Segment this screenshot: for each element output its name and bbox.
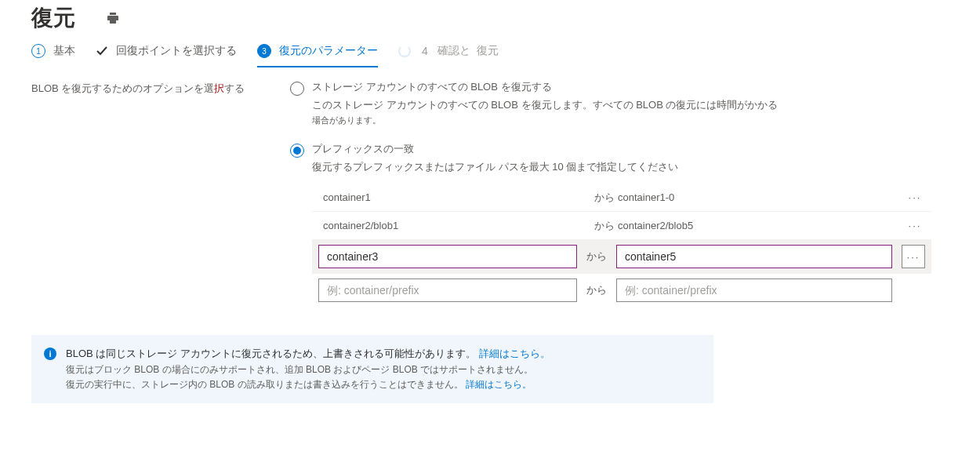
prefix-row: container1 からcontainer1-0 ··· xyxy=(312,184,931,212)
prefix-to: からcontainer1-0 xyxy=(594,191,895,205)
info-line2: 復元はブロック BLOB の場合にのみサポートされ、追加 BLOB およびページ… xyxy=(66,362,550,377)
learn-more-link[interactable]: 詳細はこちら。 xyxy=(479,348,550,359)
wizard-step-basics[interactable]: 1 基本 xyxy=(31,44,75,58)
spinner-icon xyxy=(398,45,411,57)
prefix-to-input[interactable] xyxy=(616,279,892,302)
option-select-label: BLOB を復元するためのオプションを選択する xyxy=(31,80,290,96)
print-icon[interactable] xyxy=(107,12,119,24)
radio-icon[interactable] xyxy=(290,82,304,96)
prefix-from: container2/blob1 xyxy=(318,217,585,235)
option-restore-all[interactable]: ストレージ アカウントのすべての BLOB を復元する このストレージ アカウン… xyxy=(290,80,949,126)
page-title: 復元 xyxy=(31,3,75,33)
row-menu-button[interactable]: ··· xyxy=(905,191,925,203)
option-title: ストレージ アカウントのすべての BLOB を復元する xyxy=(312,80,778,94)
wizard-step-review-restore: 4 確認と 復元 xyxy=(398,44,499,58)
option-desc: 復元するプレフィックスまたはファイル パスを最大 10 個まで指定してください xyxy=(312,159,678,175)
row-menu-button[interactable]: ··· xyxy=(902,245,925,268)
wizard-steps: 1 基本 回復ポイントを選択する 3 復元のパラメーター 4 確認と 復元 xyxy=(31,44,949,58)
step-label: 基本 xyxy=(53,44,75,58)
option-subnote: 場合があります。 xyxy=(312,115,778,126)
prefix-row: container2/blob1 からcontainer2/blob5 ··· xyxy=(312,212,931,240)
prefix-to-input[interactable] xyxy=(616,245,892,268)
step-number-text: 4 xyxy=(422,45,428,57)
step-label: 回復ポイントを選択する xyxy=(116,44,237,58)
option-title: プレフィックスの一致 xyxy=(312,142,678,156)
info-line1: BLOB は同じストレージ アカウントに復元されるため、上書きされる可能性があり… xyxy=(66,348,476,359)
prefix-to: からcontainer2/blob5 xyxy=(594,219,895,233)
prefix-from: container1 xyxy=(318,188,585,206)
prefix-row-editing: から ··· xyxy=(312,240,931,274)
row-menu-button[interactable]: ··· xyxy=(905,220,925,231)
prefix-table: container1 からcontainer1-0 ··· container2… xyxy=(312,184,931,307)
step-number-icon: 1 xyxy=(31,44,45,58)
prefix-from-input[interactable] xyxy=(318,279,577,302)
wizard-step-recovery-point[interactable]: 回復ポイントを選択する xyxy=(96,44,237,58)
prefix-sep-label: から xyxy=(586,283,607,297)
wizard-step-restore-params[interactable]: 3 復元のパラメーター xyxy=(257,44,378,67)
info-icon: i xyxy=(44,348,56,360)
prefix-sep-label: から xyxy=(586,249,607,264)
info-line3: 復元の実行中に、ストレージ内の BLOB の読み取りまたは書き込みを行うことはで… xyxy=(66,379,463,390)
step-number-icon: 3 xyxy=(257,44,271,58)
learn-more-link[interactable]: 詳細はこちら。 xyxy=(466,379,532,390)
step-label: 確認と 復元 xyxy=(437,44,499,58)
option-desc: このストレージ アカウントのすべての BLOB を復元します。すべての BLOB… xyxy=(312,97,778,113)
radio-icon[interactable] xyxy=(290,144,304,158)
prefix-row-new: から xyxy=(312,274,931,307)
checkmark-icon xyxy=(96,45,108,57)
step-label: 復元のパラメーター xyxy=(279,44,378,58)
info-banner: i BLOB は同じストレージ アカウントに復元されるため、上書きされる可能性が… xyxy=(31,335,713,403)
prefix-from-input[interactable] xyxy=(318,245,577,268)
option-prefix-match[interactable]: プレフィックスの一致 復元するプレフィックスまたはファイル パスを最大 10 個… xyxy=(290,142,949,175)
